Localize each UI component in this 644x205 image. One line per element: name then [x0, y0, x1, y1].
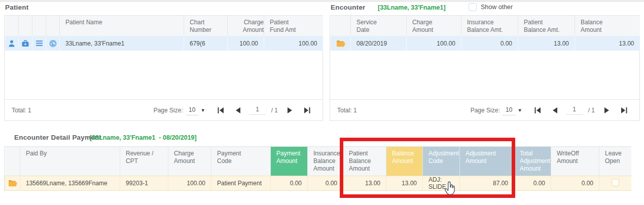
encounter-patient-label: [33Lname, 33'Fname1] — [378, 4, 446, 11]
patient-table-empty-area — [5, 51, 323, 99]
encounter-row[interactable]: 08/20/2019 100.00 0.00 13.00 13.00 — [331, 36, 640, 51]
first-page-button[interactable] — [532, 106, 544, 114]
folder-icon[interactable] — [335, 38, 346, 49]
col-paid-by: Paid By — [20, 147, 120, 176]
patient-balance-amt-cell: 13.00 — [518, 36, 575, 51]
chevron-down-icon[interactable]: ▼ — [518, 108, 522, 113]
page-size-label: Page Size: — [154, 107, 183, 114]
payment-panel: Paid By Revenue / CPT Charge Amount Paym… — [4, 146, 631, 191]
total-count: Total: 1 — [12, 107, 31, 114]
patient-panel-title: Patient — [5, 4, 28, 11]
prev-page-button[interactable] — [233, 106, 244, 114]
payment-posting-screen: Patient Patient Name Chart Number Charge… — [0, 0, 644, 205]
col-patient-name: Patient Name — [60, 16, 184, 36]
show-other-checkbox[interactable] — [469, 3, 477, 11]
patient-name-cell: 33Lname, 33'Fname1 — [60, 36, 184, 51]
patient-pagination: Total: 1 Page Size: 10 ▼ 1 / 1 — [5, 99, 323, 120]
briefcase-icon[interactable] — [20, 38, 31, 49]
charge-amount-cell: 100.00 — [407, 36, 461, 51]
adjustment-code-cell[interactable]: ADJ: SLIDE — [423, 176, 460, 190]
chart-number-cell: 679(6 — [184, 36, 228, 51]
insurance-balance-amount-cell: 0.00 — [308, 176, 343, 190]
col-adjustment-code: Adjustment Code — [423, 147, 460, 176]
col-writeoff-amount: WriteOff Amount — [551, 147, 599, 176]
patient-table-header: Patient Name Chart Number Charge Amount … — [5, 16, 323, 36]
col-balance-amount: Balance Amount — [575, 16, 640, 36]
payment-row[interactable]: 135669Lname, 135669Fname 99203-1 100.00 … — [5, 176, 631, 190]
col-charge-amount: Charge Amount — [407, 16, 461, 36]
balance-amount-cell: 13.00 — [575, 36, 640, 51]
col-insurance-balance-amt: Insurance Balance Amt. — [461, 16, 518, 36]
patient-row[interactable]: 33Lname, 33'Fname1 679(6 100.00 100.00 — [5, 36, 323, 51]
col-revenue-cpt: Revenue / CPT — [120, 147, 168, 176]
service-date-cell: 08/20/2019 — [351, 36, 407, 51]
person-icon[interactable] — [6, 38, 17, 49]
payment-panel-context-label: [33Lname, 33'Fname1 - 08/20/2019] — [90, 134, 197, 141]
payment-amount-cell[interactable]: 0.00 — [271, 176, 308, 190]
next-page-button[interactable] — [601, 106, 612, 114]
page-size-select[interactable]: 10 — [503, 105, 516, 115]
last-page-button[interactable] — [618, 106, 629, 114]
patient-table: Patient Name Chart Number Charge Amount … — [5, 16, 323, 51]
revenue-cpt-cell: 99203-1 — [120, 176, 168, 190]
prev-page-button[interactable] — [550, 106, 561, 114]
folder-icon[interactable] — [7, 178, 18, 189]
show-other-label: Show other — [481, 4, 513, 11]
next-page-button[interactable] — [284, 106, 295, 114]
page-number-input[interactable]: 1 — [566, 106, 583, 115]
encounter-table-empty-area — [330, 51, 639, 99]
col-patient-balance-amount: Patient Balance Amount — [343, 147, 386, 176]
menu-icon[interactable] — [33, 38, 45, 49]
leave-open-cell — [599, 176, 631, 190]
col-service-date: Service Date — [351, 16, 407, 36]
encounter-table-header: Service Date Charge Amount Insurance Bal… — [331, 16, 640, 36]
chevron-down-icon[interactable]: ▼ — [201, 108, 205, 113]
col-adjustment-amount: Adjustment Amount — [460, 147, 514, 176]
page-count-label: / 1 — [271, 107, 278, 114]
top-divider — [0, 0, 644, 2]
col-total-adjustment-amount: Total Adjustment Amount — [514, 147, 551, 176]
col-patient-balance-amt: Patient Balance Amt. — [518, 16, 575, 36]
last-page-button[interactable] — [301, 106, 312, 114]
charge-amount-cell: 100.00 — [228, 36, 264, 51]
col-charge-amount: Charge Amount — [228, 16, 264, 36]
charge-amount-cell: 100.00 — [168, 176, 211, 190]
patient-fund-amt-cell: 100.00 — [264, 36, 323, 51]
col-charge-amount: Charge Amount — [168, 147, 211, 176]
col-leave-open: Leave Open — [599, 147, 631, 176]
adjustment-amount-cell[interactable]: 87.00 — [460, 176, 514, 190]
col-payment-amount: Payment Amount — [271, 147, 308, 176]
col-balance-amount: Balance Amount — [386, 147, 423, 176]
col-payment-code: Payment Code — [211, 147, 271, 176]
page-number-input[interactable]: 1 — [249, 106, 266, 115]
page-size-select[interactable]: 10 — [186, 105, 199, 115]
payment-panel-title: Encounter Detail Payment — [14, 134, 101, 141]
col-insurance-balance-amount: Insurance Balance Amount — [308, 147, 343, 176]
payment-table-header: Paid By Revenue / CPT Charge Amount Paym… — [5, 147, 631, 176]
gauge-icon[interactable] — [47, 38, 58, 49]
icon-col-header — [331, 16, 351, 36]
paid-by-cell: 135669Lname, 135669Fname — [20, 176, 120, 190]
encounter-pagination: Total: 1 Page Size: 10 ▼ 1 / 1 — [330, 99, 639, 120]
show-other-control: Show other — [469, 3, 513, 11]
encounter-panel-title: Encounter — [331, 4, 366, 11]
first-page-button[interactable] — [216, 106, 227, 114]
patient-panel: Patient Name Chart Number Charge Amount … — [4, 15, 323, 121]
leave-open-checkbox[interactable] — [612, 179, 619, 186]
icon-col-header — [19, 16, 32, 36]
writeoff-amount-cell: 0.00 — [551, 176, 599, 190]
insurance-balance-amt-cell: 0.00 — [461, 36, 518, 51]
payment-code-cell: Patient Payment — [211, 176, 271, 190]
page-size-label: Page Size: — [471, 107, 500, 114]
icon-col-header — [5, 16, 19, 36]
icon-col-header — [5, 147, 20, 176]
patient-balance-amount-cell: 13.00 — [343, 176, 386, 190]
icon-col-header — [46, 16, 60, 36]
col-chart-number: Chart Number — [184, 16, 228, 36]
total-count: Total: 1 — [337, 107, 357, 114]
encounter-table: Service Date Charge Amount Insurance Bal… — [330, 16, 640, 51]
encounter-panel: Service Date Charge Amount Insurance Bal… — [330, 15, 640, 121]
balance-amount-cell: 13.00 — [386, 176, 423, 190]
icon-col-header — [32, 16, 46, 36]
total-adjustment-amount-cell: 0.00 — [514, 176, 551, 190]
